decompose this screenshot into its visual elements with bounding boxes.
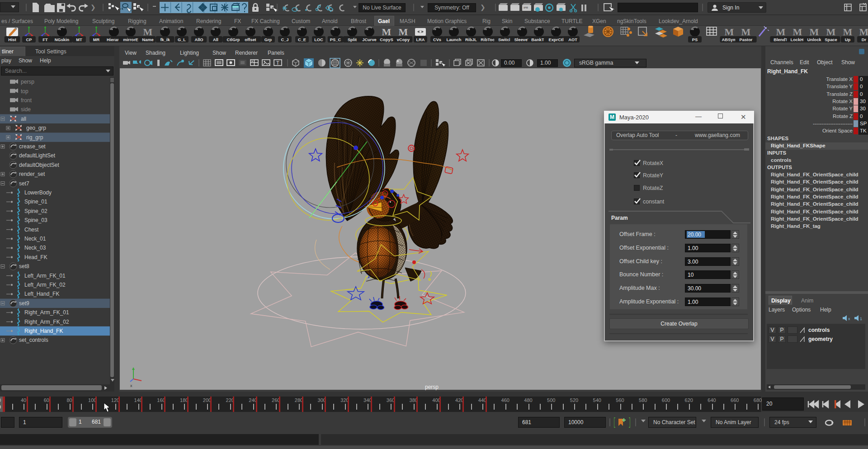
svg-text:1: 1: [860, 317, 862, 321]
svg-text:Right_Arm_FK_02: Right_Arm_FK_02: [24, 319, 69, 325]
svg-text:SleeveT: SleeveT: [514, 38, 530, 42]
svg-text:G_L: G_L: [178, 38, 186, 42]
svg-text:Spine_03: Spine_03: [24, 217, 47, 223]
svg-text:T: T: [276, 60, 279, 66]
svg-text:Spine_01: Spine_01: [24, 199, 47, 205]
svg-text:Grp: Grp: [264, 38, 272, 42]
svg-text:Left_Hand_FK: Left_Hand_FK: [24, 291, 59, 297]
svg-text:Neck_03: Neck_03: [24, 245, 46, 251]
svg-text:vCopy: vCopy: [397, 38, 410, 42]
svg-text:CP: CP: [26, 38, 32, 42]
svg-text:Right_Hand_FK: Right_Hand_FK: [24, 328, 63, 334]
svg-text:Name: Name: [142, 38, 153, 42]
svg-text:NGskin: NGskin: [55, 38, 70, 42]
svg-text:persp: persp: [21, 79, 34, 85]
svg-text:Unlock: Unlock: [807, 38, 822, 42]
svg-text:set_controls: set_controls: [19, 337, 48, 343]
svg-text:PS_C: PS_C: [330, 38, 341, 42]
svg-text:defaultLightSet: defaultLightSet: [19, 152, 56, 159]
svg-text:CopyS: CopyS: [380, 38, 393, 42]
svg-text:rig_grp: rig_grp: [26, 134, 43, 141]
svg-text:fk_ik: fk_ik: [160, 38, 170, 42]
svg-text:CVs: CVs: [433, 38, 441, 42]
svg-text:Space: Space: [825, 38, 837, 42]
svg-text:top: top: [21, 88, 28, 95]
svg-text:ABSym: ABSym: [722, 38, 736, 42]
svg-text:Left_Arm_FK_01: Left_Arm_FK_01: [24, 273, 66, 279]
svg-text:Neck_01: Neck_01: [24, 236, 46, 242]
svg-text:side: side: [21, 106, 31, 113]
svg-text:ExprCtl: ExprCtl: [548, 38, 563, 42]
svg-text:RibToo: RibToo: [481, 38, 495, 42]
svg-text:Launch: Launch: [446, 38, 461, 42]
svg-text:front: front: [21, 97, 32, 104]
svg-text:Head_FK: Head_FK: [24, 254, 47, 260]
svg-text:Hist: Hist: [8, 38, 16, 42]
svg-text:set8: set8: [19, 263, 29, 269]
svg-text:M: M: [382, 26, 392, 38]
svg-text:Left_Arm_FK_02: Left_Arm_FK_02: [24, 282, 66, 288]
svg-text:Dr: Dr: [862, 38, 867, 42]
svg-text:M: M: [143, 26, 153, 38]
svg-text:M: M: [810, 26, 819, 38]
svg-text:LOC: LOC: [314, 38, 323, 42]
svg-text:PS: PS: [692, 38, 698, 42]
svg-text:LowerBody: LowerBody: [24, 189, 52, 196]
svg-text:M: M: [843, 26, 853, 38]
svg-text:render_set: render_set: [19, 171, 45, 177]
svg-text:FT: FT: [42, 38, 48, 42]
svg-text:geo_grp: geo_grp: [26, 125, 46, 131]
svg-text:Up: Up: [845, 38, 851, 42]
svg-text:defaultObjectSet: defaultObjectSet: [19, 162, 59, 168]
svg-text:x: x: [848, 317, 850, 321]
svg-text:Chest: Chest: [24, 227, 39, 233]
svg-text:crease_set: crease_set: [19, 143, 46, 150]
svg-text:IPR: IPR: [524, 6, 528, 9]
svg-text:set7: set7: [19, 180, 29, 187]
svg-text:Right_Arm_FK_01: Right_Arm_FK_01: [24, 309, 69, 316]
svg-text:set9: set9: [19, 300, 29, 307]
svg-text:M: M: [399, 26, 408, 38]
svg-text:all: all: [21, 116, 26, 122]
svg-text:Spine_02: Spine_02: [24, 208, 47, 214]
svg-text:Split: Split: [348, 38, 357, 42]
svg-text:All: All: [213, 38, 218, 42]
svg-text:AOT: AOT: [568, 38, 577, 42]
svg-text:JCurve: JCurve: [362, 38, 377, 42]
svg-text:AllO: AllO: [194, 38, 203, 42]
svg-text:LockHi: LockHi: [791, 38, 805, 42]
svg-text:Pastor: Pastor: [740, 38, 753, 42]
svg-text:M: M: [776, 26, 786, 38]
svg-text:offset: offset: [245, 38, 256, 42]
svg-text:C_E: C_E: [298, 38, 306, 42]
svg-text:x: x: [130, 383, 132, 388]
svg-text:M: M: [725, 26, 734, 38]
svg-text:C_J: C_J: [281, 38, 288, 42]
svg-text:CtlGrp: CtlGrp: [227, 38, 240, 42]
svg-text:MT: MT: [76, 38, 82, 42]
svg-text:M: M: [859, 26, 868, 38]
svg-text:M: M: [741, 26, 751, 38]
svg-text:Switch: Switch: [498, 38, 512, 42]
svg-text:M: M: [793, 26, 802, 38]
svg-text:RibJL: RibJL: [465, 38, 477, 42]
svg-text:LRA: LRA: [416, 38, 425, 42]
svg-text:mirrorE: mirrorE: [123, 38, 138, 42]
svg-text:MR: MR: [93, 38, 100, 42]
svg-text:BlendT: BlendT: [774, 38, 788, 42]
svg-text:M: M: [826, 26, 836, 38]
